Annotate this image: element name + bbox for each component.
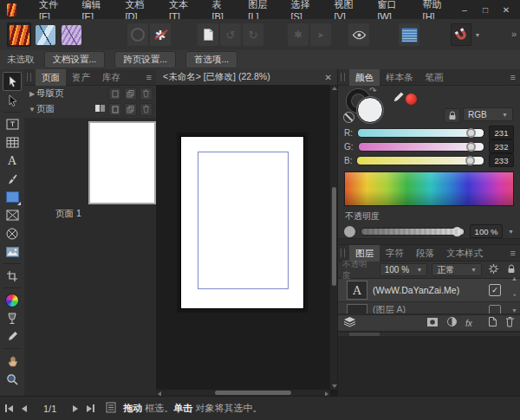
picture-frame-ellipse-tool[interactable] bbox=[2, 224, 23, 242]
green-slider-handle[interactable] bbox=[466, 142, 476, 152]
table-tool[interactable] bbox=[2, 133, 23, 152]
toolbar-overflow-chevron[interactable]: » bbox=[511, 29, 517, 39]
green-value-field[interactable]: 232 bbox=[489, 139, 514, 153]
text-flow-button[interactable] bbox=[399, 23, 419, 46]
rotate-ccw-button[interactable]: ↺ bbox=[220, 23, 241, 46]
tab-assets[interactable]: 资产 bbox=[66, 69, 96, 86]
blend-mode-dropdown[interactable]: 正常▼ bbox=[432, 263, 482, 276]
scroll-down-arrow[interactable]: ▼ bbox=[511, 307, 517, 313]
new-layer-button[interactable] bbox=[488, 315, 497, 331]
document-setup-button[interactable]: 文档设置... bbox=[44, 51, 106, 68]
layer-2-visibility-checkbox[interactable] bbox=[489, 305, 501, 315]
duplicate-page-button[interactable] bbox=[124, 103, 137, 116]
place-image-tool[interactable] bbox=[2, 242, 23, 261]
panel-grip[interactable] bbox=[341, 249, 345, 257]
persona-designer-button[interactable] bbox=[33, 23, 57, 47]
master-pages-row[interactable]: ▶ 母版页 bbox=[24, 86, 156, 101]
panel-menu-icon[interactable]: ≡ bbox=[510, 249, 516, 258]
new-document-button[interactable] bbox=[198, 23, 218, 46]
blue-slider[interactable] bbox=[356, 156, 484, 165]
color-lock-button[interactable] bbox=[444, 108, 460, 123]
snapping-options-caret[interactable]: ▼ bbox=[473, 23, 482, 46]
persona-photo-button[interactable] bbox=[59, 23, 83, 47]
pen-tool[interactable] bbox=[2, 170, 23, 188]
tab-paragraph[interactable]: 段落 bbox=[410, 245, 440, 262]
zoom-tool[interactable] bbox=[2, 370, 23, 388]
delete-layer-button[interactable] bbox=[505, 315, 515, 331]
green-slider[interactable] bbox=[358, 142, 484, 152]
color-model-dropdown[interactable]: RGB▼ bbox=[463, 107, 513, 121]
spread-view-icon[interactable] bbox=[94, 104, 106, 114]
expand-collapsed-icon[interactable]: ▶ bbox=[28, 90, 36, 98]
rotate-cw-button[interactable]: ↻ bbox=[243, 23, 263, 46]
opacity-slider[interactable] bbox=[361, 228, 465, 236]
layer-lock-button[interactable] bbox=[507, 264, 516, 275]
first-page-button[interactable] bbox=[5, 404, 13, 412]
tab-stock[interactable]: 库存 bbox=[96, 69, 127, 86]
artistic-text-tool[interactable]: A bbox=[2, 152, 23, 170]
layer-effects-gear-button[interactable] bbox=[488, 263, 499, 276]
document-close-icon[interactable]: ✕ bbox=[325, 73, 332, 82]
picked-color-swatch[interactable] bbox=[406, 94, 417, 105]
pages-row[interactable]: ▼ 页面 bbox=[24, 101, 156, 117]
tab-character[interactable]: 字符 bbox=[380, 245, 410, 262]
transparency-tool[interactable] bbox=[2, 309, 23, 327]
mask-layer-button[interactable] bbox=[426, 315, 439, 331]
page-view-icon[interactable] bbox=[106, 402, 116, 415]
order-button[interactable] bbox=[127, 23, 148, 46]
panel-menu-icon[interactable]: ≡ bbox=[146, 73, 152, 82]
clear-formatting-button[interactable]: ✱ bbox=[150, 23, 171, 46]
spread-setup-button[interactable]: 跨页设置... bbox=[114, 51, 176, 68]
swap-colors-icon[interactable]: ↷ bbox=[369, 86, 376, 95]
layer-row-2[interactable]: (图层 A) bbox=[338, 302, 520, 314]
tab-swatches[interactable]: 样本条 bbox=[380, 69, 419, 86]
layer-2-name[interactable]: (图层 A) bbox=[373, 304, 406, 314]
layer-1-thumbnail[interactable]: A bbox=[347, 281, 367, 300]
tab-pages[interactable]: 页面 bbox=[36, 69, 66, 86]
layers-scrollbar[interactable]: ▲ ● ▼ bbox=[510, 275, 519, 313]
view-hand-tool[interactable] bbox=[2, 352, 23, 370]
node-tool[interactable] bbox=[2, 91, 23, 109]
horizontal-scroll-thumb[interactable] bbox=[215, 391, 291, 395]
picture-frame-rect-tool[interactable] bbox=[2, 206, 23, 224]
tab-text-styles[interactable]: 文本样式 bbox=[440, 245, 489, 262]
minimize-button[interactable]: – bbox=[456, 3, 473, 16]
layers-opacity-dropdown[interactable]: 100 %▼ bbox=[380, 263, 428, 276]
next-page-button[interactable] bbox=[73, 405, 78, 412]
tab-stroke[interactable]: 笔画 bbox=[419, 69, 450, 86]
move-tool[interactable] bbox=[3, 72, 22, 91]
blue-slider-handle[interactable] bbox=[465, 156, 475, 165]
previous-page-button[interactable] bbox=[22, 405, 27, 412]
layer-effects-button[interactable]: fx bbox=[465, 319, 472, 328]
tab-color[interactable]: 颜色 bbox=[349, 69, 380, 86]
panel-menu-icon[interactable]: ≡ bbox=[510, 73, 516, 82]
add-master-button[interactable] bbox=[108, 87, 121, 100]
adjustment-layer-button[interactable] bbox=[446, 315, 458, 331]
last-page-button[interactable] bbox=[87, 404, 94, 412]
delete-page-button[interactable] bbox=[140, 103, 153, 116]
color-spectrum[interactable] bbox=[344, 171, 514, 206]
color-picker-dropper-icon[interactable] bbox=[392, 91, 405, 104]
preferences-button[interactable]: 首选项... bbox=[185, 51, 237, 68]
page-thumbnail[interactable] bbox=[88, 121, 156, 204]
layer-row-1[interactable]: A (WwW.DaYanZai.Me) ✓ bbox=[338, 279, 520, 302]
add-page-button[interactable] bbox=[108, 103, 121, 116]
layer-2-thumbnail[interactable] bbox=[347, 304, 367, 315]
document-tab-title[interactable]: <未命名> [已修改] (22.8%) bbox=[163, 71, 270, 83]
preview-mode-button[interactable] bbox=[348, 23, 369, 46]
document-page[interactable] bbox=[181, 137, 303, 308]
vertical-scroll-thumb[interactable] bbox=[332, 187, 336, 286]
snapping-button[interactable] bbox=[451, 23, 471, 46]
panel-grip[interactable] bbox=[341, 73, 345, 81]
layer-1-name[interactable]: (WwW.DaYanZai.Me) bbox=[373, 285, 459, 295]
maximize-button[interactable]: □ bbox=[477, 3, 494, 16]
delete-master-button[interactable] bbox=[140, 87, 153, 100]
no-color-icon[interactable] bbox=[343, 112, 354, 123]
red-slider-handle[interactable] bbox=[466, 128, 476, 138]
red-value-field[interactable]: 231 bbox=[489, 126, 514, 139]
scroll-up-arrow[interactable]: ▲ bbox=[511, 275, 517, 281]
color-picker-tool[interactable] bbox=[2, 327, 23, 346]
persona-publisher-button[interactable] bbox=[7, 23, 31, 47]
fill-color-well[interactable] bbox=[357, 97, 383, 123]
red-slider[interactable] bbox=[357, 128, 484, 138]
